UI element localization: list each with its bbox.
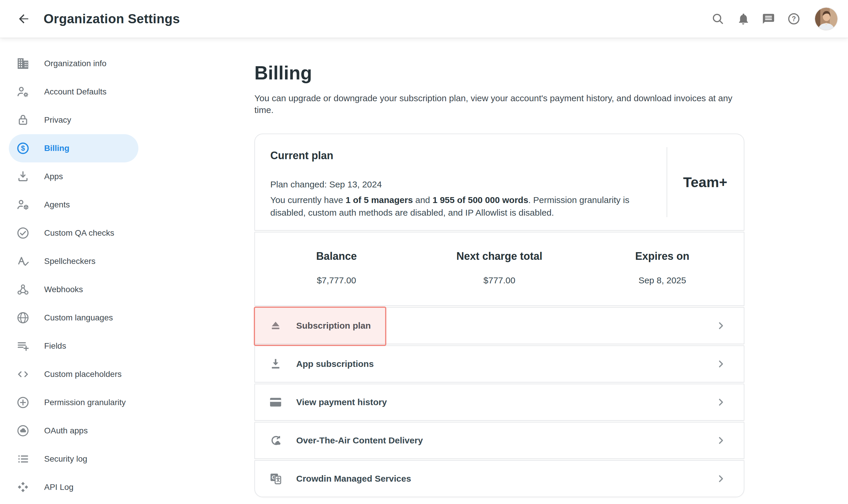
sidebar-item-label: Custom QA checks <box>44 228 114 238</box>
sidebar-item-custom-placeholders[interactable]: Custom placeholders <box>9 360 138 389</box>
sidebar-item-label: Spellcheckers <box>44 256 96 266</box>
credit-card-icon <box>269 395 283 409</box>
sidebar-item-label: Fields <box>44 341 66 351</box>
top-bar: Organization Settings ? <box>0 0 848 38</box>
top-actions: ? <box>711 8 837 30</box>
row-label: View payment history <box>296 397 387 407</box>
sidebar-item-label: Custom languages <box>44 313 113 322</box>
subscription-plan-row[interactable]: Subscription plan <box>254 307 744 344</box>
chevron-right-icon <box>715 435 726 446</box>
sidebar-item-label: Organization info <box>44 59 107 68</box>
sidebar-item-custom-qa-checks[interactable]: Custom QA checks <box>9 219 138 247</box>
list-icon <box>16 452 30 466</box>
row-label: Subscription plan <box>296 321 371 331</box>
sidebar-item-fields[interactable]: Fields <box>9 332 138 360</box>
balance-value: $7,777.00 <box>317 275 356 285</box>
sidebar-item-webhooks[interactable]: Webhooks <box>9 275 138 304</box>
sidebar-item-organization-info[interactable]: Organization info <box>9 50 138 78</box>
plan-changed-date: Plan changed: Sep 13, 2024 <box>270 179 655 190</box>
managers-usage: 1 of 5 managers <box>346 195 413 205</box>
current-plan-title: Current plan <box>270 149 655 162</box>
sidebar-item-api-log[interactable]: API Log <box>9 473 138 501</box>
sidebar-item-apps[interactable]: Apps <box>9 162 138 191</box>
row-label: Crowdin Managed Services <box>296 474 411 484</box>
sidebar-item-label: OAuth apps <box>44 426 88 435</box>
translate-icon: G <box>269 472 283 486</box>
settings-sidebar: Organization info Account Defaults Priva… <box>0 38 254 501</box>
sidebar-item-oauth-apps[interactable]: OAuth apps <box>9 417 138 445</box>
row-label: Over-The-Air Content Delivery <box>296 435 423 446</box>
sidebar-item-label: Billing <box>44 144 69 153</box>
svg-text:?: ? <box>792 15 796 23</box>
plan-name-badge: Team+ <box>667 134 744 230</box>
sidebar-item-security-log[interactable]: Security log <box>9 445 138 473</box>
chevron-right-icon <box>715 397 726 408</box>
next-charge-value: $777.00 <box>483 275 515 285</box>
crowdin-managed-services-row[interactable]: G Crowdin Managed Services <box>254 460 744 497</box>
next-charge-label: Next charge total <box>456 250 542 263</box>
diamonds-icon <box>16 480 30 494</box>
sidebar-item-agents[interactable]: Agents <box>9 191 138 219</box>
messages-chat-icon[interactable] <box>761 12 776 26</box>
sidebar-item-privacy[interactable]: Privacy <box>9 106 138 134</box>
playlist-add-icon <box>16 339 30 353</box>
cloud-circle-icon <box>16 424 30 438</box>
organization-settings-page: Organization Settings ? <box>0 0 848 504</box>
sidebar-item-label: Privacy <box>44 115 71 125</box>
agent-cube-icon <box>16 198 30 212</box>
usage-prefix: You currently have <box>270 195 346 205</box>
check-circle-icon <box>16 226 30 240</box>
words-usage: 1 955 of 500 000 words <box>433 195 528 205</box>
row-label: App subscriptions <box>296 359 374 369</box>
spellcheck-icon <box>16 254 30 268</box>
payment-history-row[interactable]: View payment history <box>254 384 744 421</box>
billing-summary-section: Balance $7,777.00 Next charge total $777… <box>254 232 744 306</box>
globe-icon <box>16 311 30 325</box>
help-icon[interactable]: ? <box>787 12 801 26</box>
sidebar-item-label: Custom placeholders <box>44 370 122 379</box>
next-charge-column: Next charge total $777.00 <box>418 232 581 305</box>
sidebar-item-permission-granularity[interactable]: Permission granularity <box>9 389 138 417</box>
app-subscriptions-row[interactable]: App subscriptions <box>254 345 744 382</box>
sidebar-item-label: Apps <box>44 172 63 181</box>
user-avatar[interactable] <box>815 8 837 30</box>
billing-description: You can upgrade or downgrade your subscr… <box>254 92 744 116</box>
sidebar-item-label: Webhooks <box>44 285 83 294</box>
chevron-right-icon <box>715 473 726 484</box>
sidebar-item-billing[interactable]: $ Billing <box>9 134 138 162</box>
cloud-sync-icon <box>269 433 283 448</box>
billing-heading: Billing <box>254 62 744 84</box>
webhook-icon <box>16 283 30 296</box>
eject-icon <box>269 319 283 333</box>
plan-usage-text: You currently have 1 of 5 managers and 1… <box>270 194 655 219</box>
balance-label: Balance <box>316 250 357 263</box>
sidebar-item-custom-languages[interactable]: Custom languages <box>9 304 138 332</box>
balance-column: Balance $7,777.00 <box>255 232 418 305</box>
account-gear-icon <box>16 85 30 99</box>
sidebar-item-spellcheckers[interactable]: Spellcheckers <box>9 247 138 275</box>
code-icon <box>16 367 30 381</box>
download-tray-icon <box>269 357 283 371</box>
back-arrow-icon[interactable] <box>17 12 31 26</box>
sidebar-item-label: API Log <box>44 483 74 492</box>
billing-card: Current plan Plan changed: Sep 13, 2024 … <box>254 133 744 497</box>
plus-circle-icon <box>16 395 30 410</box>
expires-column: Expires on Sep 8, 2025 <box>581 232 744 305</box>
page-title: Organization Settings <box>44 12 180 26</box>
lock-icon <box>16 113 30 127</box>
sidebar-item-label: Permission granularity <box>44 398 126 407</box>
billing-content: Billing You can upgrade or downgrade you… <box>254 38 744 497</box>
dollar-circle-icon: $ <box>16 141 30 155</box>
sidebar-item-label: Account Defaults <box>44 87 107 96</box>
ota-content-delivery-row[interactable]: Over-The-Air Content Delivery <box>254 422 744 459</box>
usage-conjunction: and <box>413 195 433 205</box>
current-plan-section: Current plan Plan changed: Sep 13, 2024 … <box>254 133 744 231</box>
expires-value: Sep 8, 2025 <box>638 275 686 285</box>
chevron-right-icon <box>715 359 726 369</box>
sidebar-item-account-defaults[interactable]: Account Defaults <box>9 78 138 106</box>
search-icon[interactable] <box>711 12 725 26</box>
building-icon <box>16 56 30 71</box>
notifications-bell-icon[interactable] <box>736 12 750 26</box>
svg-text:$: $ <box>21 144 25 152</box>
sidebar-item-label: Security log <box>44 454 87 464</box>
